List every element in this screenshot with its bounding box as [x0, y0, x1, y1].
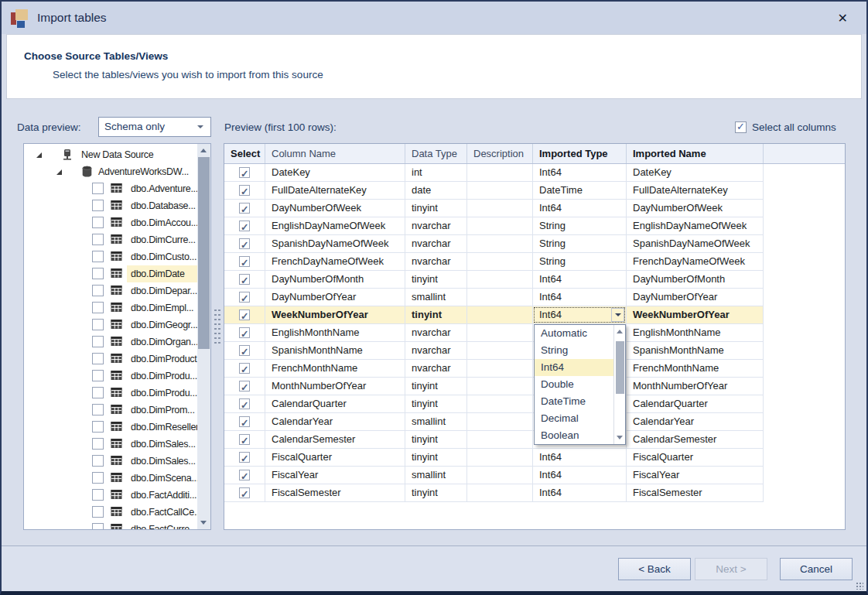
tree-item[interactable]: dbo.DimScena... [24, 470, 210, 487]
tree-item[interactable]: dbo.DimProduct [24, 351, 210, 368]
row-checkbox[interactable] [239, 238, 250, 249]
row-checkbox[interactable] [239, 398, 250, 409]
tree-item[interactable]: dbo.DimCurre... [24, 231, 210, 248]
row-checkbox[interactable] [239, 487, 250, 498]
row-checkbox[interactable] [239, 309, 250, 320]
tree-item[interactable]: dbo.DimProdu... [24, 385, 210, 402]
column-header[interactable]: Imported Name [627, 144, 764, 163]
tree-item[interactable]: dbo.DimDepar... [24, 282, 210, 299]
dropdown-option[interactable]: Int64 [535, 359, 613, 376]
row-checkbox[interactable] [239, 221, 250, 231]
table-row[interactable]: FiscalSemestertinyintInt64FiscalSemester [224, 484, 845, 502]
tree-item-checkbox[interactable] [92, 387, 104, 398]
table-row[interactable]: FullDateAlternateKeydateDateTimeFullDate… [224, 182, 845, 200]
scroll-up-icon[interactable] [200, 149, 207, 152]
dropdown-option[interactable]: Decimal [535, 410, 613, 427]
cancel-button[interactable]: Cancel [780, 558, 853, 580]
column-header[interactable]: Imported Type [533, 144, 627, 163]
tree-item-checkbox[interactable] [92, 302, 104, 313]
row-checkbox[interactable] [239, 292, 250, 303]
dropdown-option[interactable]: Automatic [535, 325, 613, 342]
row-checkbox[interactable] [239, 256, 250, 267]
data-preview-select[interactable]: Schema only [98, 117, 211, 137]
dropdown-option[interactable]: Double [535, 376, 613, 393]
row-checkbox[interactable] [239, 416, 250, 427]
imported-type-cell[interactable]: String [533, 217, 627, 235]
resize-grip[interactable] [856, 582, 863, 590]
tree-item-checkbox[interactable] [92, 370, 104, 381]
dropdown-option[interactable]: String [535, 342, 613, 359]
tree-item-checkbox[interactable] [92, 319, 104, 330]
table-row[interactable]: FiscalQuartertinyintInt64FiscalQuarter [224, 449, 845, 467]
close-icon[interactable]: ✕ [838, 11, 848, 26]
table-row[interactable]: WeekNumberOfYeartinyintInt64WeekNumberOf… [224, 306, 845, 324]
tree-item-checkbox[interactable] [92, 438, 104, 450]
tree-scrollbar-thumb[interactable] [198, 157, 210, 349]
column-header[interactable]: Column Name [265, 144, 405, 163]
tree-item[interactable]: dbo.DimOrgan... [24, 333, 210, 351]
tree-item-checkbox[interactable] [92, 268, 104, 279]
table-row[interactable]: DayNumberOfMonthtinyintInt64DayNumberOfM… [224, 271, 845, 289]
row-checkbox[interactable] [239, 203, 250, 214]
tree-item[interactable]: dbo.DimReseller [24, 419, 210, 436]
dropdown-option[interactable]: Boolean [535, 427, 613, 444]
imported-type-cell[interactable]: Int64 [533, 289, 627, 306]
dropdown-scroll-up-icon[interactable] [617, 330, 623, 333]
back-button[interactable]: < Back [618, 558, 691, 580]
tree-item-checkbox[interactable] [92, 200, 104, 211]
row-checkbox[interactable] [239, 452, 250, 463]
tree-item-checkbox[interactable] [92, 285, 104, 296]
dropdown-scrollbar-thumb[interactable] [616, 341, 624, 394]
expander-icon[interactable] [56, 169, 62, 175]
imported-type-cell[interactable]: String [533, 253, 627, 271]
tree-item[interactable]: dbo.DimProdu... [24, 368, 210, 385]
scroll-down-icon[interactable] [200, 521, 207, 525]
table-row[interactable]: FiscalYearsmallintInt64FiscalYear [224, 467, 845, 484]
imported-type-cell[interactable]: Int64 [533, 449, 627, 467]
tree-item-checkbox[interactable] [92, 455, 104, 467]
tree-item[interactable]: dbo.Adventure... [24, 180, 210, 197]
tree-item[interactable]: dbo.DimAccou... [24, 214, 210, 231]
column-header[interactable]: Data Type [405, 144, 467, 163]
tree-item-checkbox[interactable] [92, 506, 104, 518]
row-checkbox[interactable] [239, 470, 250, 480]
tree-item-checkbox[interactable] [92, 489, 104, 501]
imported-type-cell[interactable]: Int64 [533, 164, 627, 182]
tree-item-checkbox[interactable] [92, 353, 104, 364]
tree-item[interactable]: New Data Source [24, 146, 210, 163]
tree-item-checkbox[interactable] [92, 472, 104, 484]
combobox-dropdown-button[interactable] [611, 308, 624, 322]
tree-item-checkbox[interactable] [92, 404, 104, 415]
table-row[interactable]: DayNumberOfYearsmallintInt64DayNumberOfY… [224, 289, 845, 306]
column-header[interactable]: Select [224, 144, 265, 163]
table-row[interactable]: EnglishDayNameOfWeeknvarcharStringEnglis… [224, 217, 845, 235]
row-checkbox[interactable] [239, 327, 250, 338]
tree-item-checkbox[interactable] [92, 523, 104, 529]
imported-type-cell[interactable]: Int64 [533, 271, 627, 289]
row-checkbox[interactable] [239, 434, 250, 445]
table-row[interactable]: DateKeyintInt64DateKey [224, 164, 845, 182]
tree-item[interactable]: dbo.FactCurre... [24, 521, 210, 529]
table-row[interactable]: DayNumberOfWeektinyintInt64DayNumberOfWe… [224, 200, 845, 217]
imported-type-cell[interactable]: Int64 [533, 200, 627, 217]
tree-item[interactable]: AdventureWorksDW... [24, 163, 210, 180]
tree-item[interactable]: dbo.DimEmpl... [24, 299, 210, 316]
tree-scrollbar[interactable] [197, 144, 210, 529]
tree-item[interactable]: dbo.Database... [24, 197, 210, 214]
tree-item[interactable]: dbo.DimGeogr... [24, 316, 210, 333]
select-all-columns[interactable]: Select all columns [735, 121, 836, 133]
tree-item[interactable]: dbo.DimSales... [24, 436, 210, 453]
tree-item[interactable]: dbo.FactAdditi... [24, 487, 210, 504]
row-checkbox[interactable] [239, 363, 250, 374]
imported-type-cell[interactable]: String [533, 235, 627, 253]
row-checkbox[interactable] [239, 167, 250, 178]
row-checkbox[interactable] [239, 274, 250, 285]
row-checkbox[interactable] [239, 185, 250, 196]
splitter-grip[interactable] [214, 308, 221, 345]
imported-type-combobox[interactable]: Int64 [533, 306, 626, 323]
dropdown-scroll-down-icon[interactable] [617, 436, 623, 439]
imported-type-cell[interactable]: DateTime [533, 182, 627, 200]
table-row[interactable]: FrenchDayNameOfWeeknvarcharStringFrenchD… [224, 253, 845, 271]
select-all-checkbox[interactable] [735, 121, 747, 133]
tree-item-checkbox[interactable] [92, 251, 104, 262]
